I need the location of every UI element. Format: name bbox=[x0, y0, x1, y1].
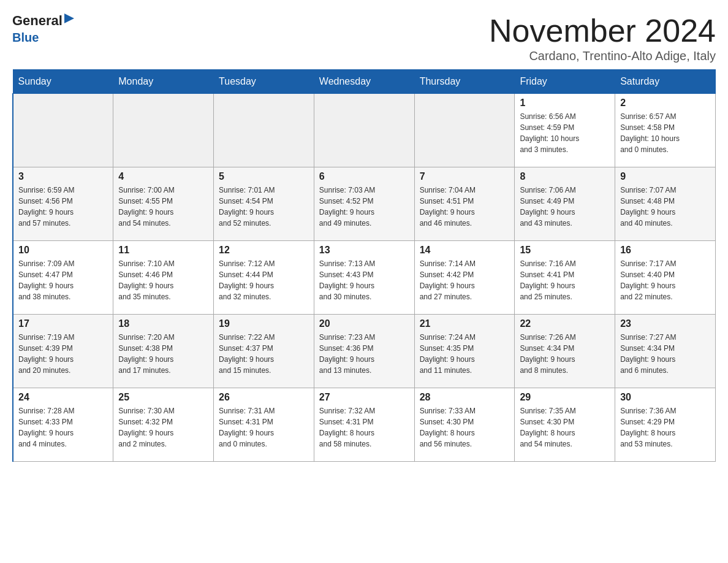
title-section: November 2024 Cardano, Trentino-Alto Adi… bbox=[489, 12, 716, 63]
calendar-cell: 17Sunrise: 7:19 AM Sunset: 4:39 PM Dayli… bbox=[13, 315, 113, 388]
day-header-monday: Monday bbox=[113, 70, 214, 94]
calendar-cell: 15Sunrise: 7:16 AM Sunset: 4:41 PM Dayli… bbox=[515, 241, 615, 315]
calendar-cell: 14Sunrise: 7:14 AM Sunset: 4:42 PM Dayli… bbox=[414, 241, 515, 315]
day-info: Sunrise: 7:32 AM Sunset: 4:31 PM Dayligh… bbox=[319, 405, 409, 450]
day-info: Sunrise: 7:28 AM Sunset: 4:33 PM Dayligh… bbox=[18, 405, 108, 450]
calendar-cell: 11Sunrise: 7:10 AM Sunset: 4:46 PM Dayli… bbox=[113, 241, 214, 315]
calendar-cell: 27Sunrise: 7:32 AM Sunset: 4:31 PM Dayli… bbox=[314, 388, 414, 462]
day-number: 12 bbox=[219, 245, 309, 256]
day-number: 15 bbox=[520, 245, 610, 256]
day-number: 19 bbox=[219, 318, 309, 329]
calendar-cell bbox=[414, 94, 515, 167]
page-header: General Blue November 2024 Cardano, Tren… bbox=[12, 12, 716, 63]
day-info: Sunrise: 7:30 AM Sunset: 4:32 PM Dayligh… bbox=[118, 405, 208, 450]
day-info: Sunrise: 7:14 AM Sunset: 4:42 PM Dayligh… bbox=[420, 258, 510, 302]
calendar-cell bbox=[314, 94, 414, 167]
day-number: 13 bbox=[319, 245, 409, 256]
day-info: Sunrise: 7:01 AM Sunset: 4:54 PM Dayligh… bbox=[219, 185, 309, 229]
day-info: Sunrise: 7:33 AM Sunset: 4:30 PM Dayligh… bbox=[420, 405, 510, 450]
day-info: Sunrise: 7:36 AM Sunset: 4:29 PM Dayligh… bbox=[620, 405, 710, 450]
day-info: Sunrise: 7:22 AM Sunset: 4:37 PM Dayligh… bbox=[219, 332, 309, 376]
day-number: 14 bbox=[420, 245, 510, 256]
day-info: Sunrise: 7:00 AM Sunset: 4:55 PM Dayligh… bbox=[118, 185, 208, 229]
calendar-week-2: 3Sunrise: 6:59 AM Sunset: 4:56 PM Daylig… bbox=[13, 167, 716, 241]
day-info: Sunrise: 7:35 AM Sunset: 4:30 PM Dayligh… bbox=[520, 405, 610, 450]
day-info: Sunrise: 7:03 AM Sunset: 4:52 PM Dayligh… bbox=[319, 185, 409, 229]
day-info: Sunrise: 7:19 AM Sunset: 4:39 PM Dayligh… bbox=[18, 332, 108, 376]
day-number: 2 bbox=[620, 98, 710, 109]
day-info: Sunrise: 7:17 AM Sunset: 4:40 PM Dayligh… bbox=[620, 258, 710, 302]
calendar-header-row: SundayMondayTuesdayWednesdayThursdayFrid… bbox=[13, 70, 716, 94]
day-number: 4 bbox=[118, 171, 208, 182]
day-info: Sunrise: 7:07 AM Sunset: 4:48 PM Dayligh… bbox=[620, 185, 710, 229]
logo-text: General bbox=[12, 12, 77, 29]
calendar-cell bbox=[214, 94, 314, 167]
calendar-cell: 3Sunrise: 6:59 AM Sunset: 4:56 PM Daylig… bbox=[13, 167, 113, 241]
calendar-cell: 7Sunrise: 7:04 AM Sunset: 4:51 PM Daylig… bbox=[414, 167, 515, 241]
day-info: Sunrise: 6:57 AM Sunset: 4:58 PM Dayligh… bbox=[620, 111, 710, 155]
calendar-cell: 24Sunrise: 7:28 AM Sunset: 4:33 PM Dayli… bbox=[13, 388, 113, 462]
day-header-saturday: Saturday bbox=[615, 70, 716, 94]
day-number: 6 bbox=[319, 171, 409, 182]
day-number: 16 bbox=[620, 245, 710, 256]
calendar-cell: 9Sunrise: 7:07 AM Sunset: 4:48 PM Daylig… bbox=[615, 167, 716, 241]
day-info: Sunrise: 7:06 AM Sunset: 4:49 PM Dayligh… bbox=[520, 185, 610, 229]
calendar-cell: 28Sunrise: 7:33 AM Sunset: 4:30 PM Dayli… bbox=[414, 388, 515, 462]
day-info: Sunrise: 7:12 AM Sunset: 4:44 PM Dayligh… bbox=[219, 258, 309, 302]
day-info: Sunrise: 7:04 AM Sunset: 4:51 PM Dayligh… bbox=[420, 185, 510, 229]
day-number: 9 bbox=[620, 171, 710, 182]
calendar-cell: 16Sunrise: 7:17 AM Sunset: 4:40 PM Dayli… bbox=[615, 241, 716, 315]
day-number: 30 bbox=[620, 392, 710, 403]
day-info: Sunrise: 6:59 AM Sunset: 4:56 PM Dayligh… bbox=[18, 185, 108, 229]
day-info: Sunrise: 7:26 AM Sunset: 4:34 PM Dayligh… bbox=[520, 332, 610, 376]
day-number: 11 bbox=[118, 245, 208, 256]
day-info: Sunrise: 7:20 AM Sunset: 4:38 PM Dayligh… bbox=[118, 332, 208, 376]
day-info: Sunrise: 7:13 AM Sunset: 4:43 PM Dayligh… bbox=[319, 258, 409, 302]
calendar-cell: 8Sunrise: 7:06 AM Sunset: 4:49 PM Daylig… bbox=[515, 167, 615, 241]
calendar-cell: 30Sunrise: 7:36 AM Sunset: 4:29 PM Dayli… bbox=[615, 388, 716, 462]
logo-flag-icon bbox=[63, 12, 77, 26]
calendar-cell: 6Sunrise: 7:03 AM Sunset: 4:52 PM Daylig… bbox=[314, 167, 414, 241]
day-number: 24 bbox=[18, 392, 108, 403]
day-number: 26 bbox=[219, 392, 309, 403]
logo: General Blue bbox=[12, 12, 77, 45]
day-number: 29 bbox=[520, 392, 610, 403]
calendar-cell: 13Sunrise: 7:13 AM Sunset: 4:43 PM Dayli… bbox=[314, 241, 414, 315]
svg-marker-0 bbox=[64, 13, 74, 23]
calendar-cell: 21Sunrise: 7:24 AM Sunset: 4:35 PM Dayli… bbox=[414, 315, 515, 388]
calendar-cell: 26Sunrise: 7:31 AM Sunset: 4:31 PM Dayli… bbox=[214, 388, 314, 462]
day-info: Sunrise: 7:31 AM Sunset: 4:31 PM Dayligh… bbox=[219, 405, 309, 450]
calendar-cell bbox=[13, 94, 113, 167]
day-info: Sunrise: 6:56 AM Sunset: 4:59 PM Dayligh… bbox=[520, 111, 610, 155]
day-number: 5 bbox=[219, 171, 309, 182]
day-number: 17 bbox=[18, 318, 108, 329]
day-number: 1 bbox=[520, 98, 610, 109]
calendar-cell: 20Sunrise: 7:23 AM Sunset: 4:36 PM Dayli… bbox=[314, 315, 414, 388]
day-header-friday: Friday bbox=[515, 70, 615, 94]
month-title: November 2024 bbox=[489, 12, 716, 49]
day-number: 3 bbox=[18, 171, 108, 182]
day-number: 10 bbox=[18, 245, 108, 256]
calendar-cell: 12Sunrise: 7:12 AM Sunset: 4:44 PM Dayli… bbox=[214, 241, 314, 315]
day-number: 22 bbox=[520, 318, 610, 329]
calendar-cell: 10Sunrise: 7:09 AM Sunset: 4:47 PM Dayli… bbox=[13, 241, 113, 315]
calendar-table: SundayMondayTuesdayWednesdayThursdayFrid… bbox=[12, 69, 716, 462]
day-number: 25 bbox=[118, 392, 208, 403]
day-number: 28 bbox=[420, 392, 510, 403]
calendar-cell: 4Sunrise: 7:00 AM Sunset: 4:55 PM Daylig… bbox=[113, 167, 214, 241]
day-header-sunday: Sunday bbox=[13, 70, 113, 94]
day-number: 23 bbox=[620, 318, 710, 329]
calendar-cell: 25Sunrise: 7:30 AM Sunset: 4:32 PM Dayli… bbox=[113, 388, 214, 462]
day-info: Sunrise: 7:16 AM Sunset: 4:41 PM Dayligh… bbox=[520, 258, 610, 302]
day-header-thursday: Thursday bbox=[414, 70, 515, 94]
day-number: 27 bbox=[319, 392, 409, 403]
calendar-cell: 23Sunrise: 7:27 AM Sunset: 4:34 PM Dayli… bbox=[615, 315, 716, 388]
calendar-cell: 29Sunrise: 7:35 AM Sunset: 4:30 PM Dayli… bbox=[515, 388, 615, 462]
calendar-week-1: 1Sunrise: 6:56 AM Sunset: 4:59 PM Daylig… bbox=[13, 94, 716, 167]
day-info: Sunrise: 7:09 AM Sunset: 4:47 PM Dayligh… bbox=[18, 258, 108, 302]
day-info: Sunrise: 7:10 AM Sunset: 4:46 PM Dayligh… bbox=[118, 258, 208, 302]
day-info: Sunrise: 7:27 AM Sunset: 4:34 PM Dayligh… bbox=[620, 332, 710, 376]
day-header-tuesday: Tuesday bbox=[214, 70, 314, 94]
calendar-week-3: 10Sunrise: 7:09 AM Sunset: 4:47 PM Dayli… bbox=[13, 241, 716, 315]
calendar-cell: 1Sunrise: 6:56 AM Sunset: 4:59 PM Daylig… bbox=[515, 94, 615, 167]
